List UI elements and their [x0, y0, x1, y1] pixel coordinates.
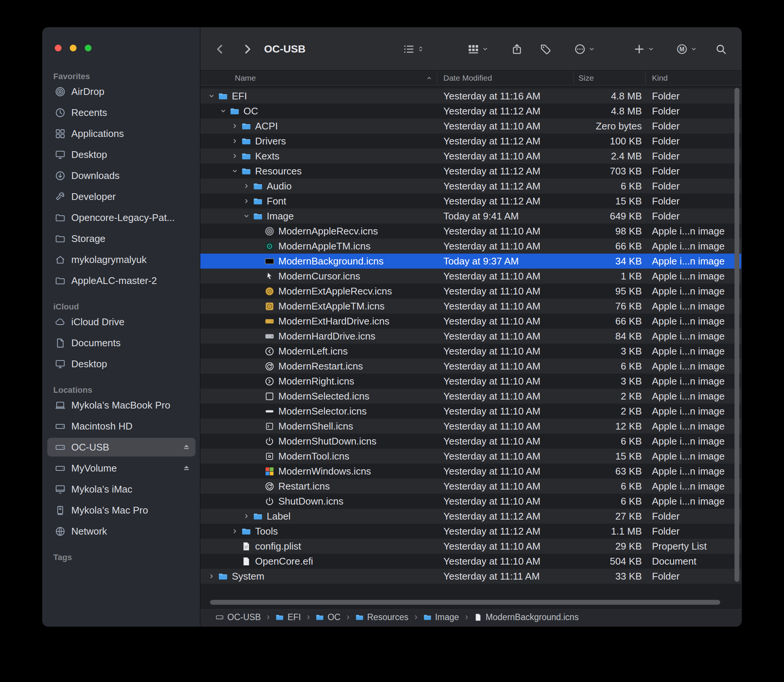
disclosure-collapsed-icon[interactable] — [231, 122, 241, 130]
eject-icon[interactable] — [182, 464, 191, 473]
sidebar-item-mykola-s-imac[interactable]: Mykola’s iMac — [47, 480, 196, 499]
disclosure-collapsed-icon[interactable] — [243, 197, 253, 205]
sidebar-item-myvolume[interactable]: MyVolume — [47, 459, 196, 478]
disclosure-expanded-icon[interactable] — [208, 92, 218, 100]
view-options-button[interactable] — [403, 43, 424, 55]
path-item-oc[interactable]: OC — [316, 612, 341, 622]
disclosure-expanded-icon[interactable] — [231, 167, 241, 175]
sidebar-item-desktop[interactable]: Desktop — [47, 354, 196, 373]
file-row-label[interactable]: LabelYesterday at 11:12 AM27 KBFolder — [200, 509, 741, 524]
file-row-system[interactable]: SystemYesterday at 11:11 AM33 KBFolder — [200, 569, 741, 584]
column-header-size[interactable]: Size — [574, 70, 645, 85]
file-row-image[interactable]: ImageToday at 9:41 AM649 KBFolder — [200, 209, 741, 223]
file-row-font[interactable]: FontYesterday at 11:12 AM15 KBFolder — [200, 194, 741, 209]
group-button[interactable] — [467, 43, 488, 55]
file-row-modernrestart-icns[interactable]: ModernRestart.icnsYesterday at 11:10 AM6… — [200, 359, 741, 374]
disclosure-collapsed-icon[interactable] — [231, 527, 241, 535]
file-row-modernwindows-icns[interactable]: ModernWindows.icnsYesterday at 11:10 AM6… — [200, 464, 741, 479]
file-row-modernleft-icns[interactable]: ModernLeft.icnsYesterday at 11:10 AM3 KB… — [200, 344, 741, 359]
sidebar-item-mykolagrymalyuk[interactable]: mykolagrymalyuk — [47, 250, 196, 269]
disclosure-collapsed-icon[interactable] — [231, 152, 241, 160]
file-row-shutdown-icns[interactable]: ShutDown.icnsYesterday at 11:10 AM6 KBAp… — [200, 494, 741, 509]
sidebar-item-storage[interactable]: Storage — [47, 229, 196, 248]
file-row-modernright-icns[interactable]: ModernRight.icnsYesterday at 11:10 AM3 K… — [200, 374, 741, 389]
back-button[interactable] — [214, 43, 226, 56]
file-row-modernharddrive-icns[interactable]: ModernHardDrive.icnsYesterday at 11:10 A… — [200, 328, 741, 344]
file-row-opencore-efi[interactable]: OpenCore.efiYesterday at 11:10 AM504 KBD… — [200, 554, 741, 569]
sidebar-item-applications[interactable]: Applications — [47, 124, 196, 143]
sidebar-item-airdrop[interactable]: AirDrop — [47, 82, 196, 101]
sidebar-item-downloads[interactable]: Downloads — [47, 166, 196, 185]
sidebar-item-network[interactable]: Network — [47, 522, 196, 540]
folder-icon — [241, 136, 251, 146]
file-row-modernapplerecv-icns[interactable]: ModernAppleRecv.icnsYesterday at 11:10 A… — [200, 223, 741, 239]
path-item-oc-usb[interactable]: OC-USB — [215, 612, 261, 622]
file-row-kexts[interactable]: KextsYesterday at 11:10 AM2.4 MBFolder — [200, 148, 741, 164]
disclosure-expanded-icon[interactable] — [243, 212, 253, 220]
vertical-scrollbar[interactable] — [733, 86, 741, 608]
sidebar-item-macintosh-hd[interactable]: Macintosh HD — [47, 417, 196, 435]
sidebar-item-opencore-legacy-pat[interactable]: Opencore-Legacy-Pat... — [47, 208, 196, 227]
column-header-kind[interactable]: Kind — [645, 70, 741, 85]
file-row-modernselector-icns[interactable]: ModernSelector.icnsYesterday at 11:10 AM… — [200, 404, 741, 419]
disclosure-expanded-icon[interactable] — [220, 107, 229, 115]
vertical-scrollbar-thumb[interactable] — [735, 88, 739, 582]
file-row-tools[interactable]: ToolsYesterday at 11:12 AM1.1 MBFolder — [200, 524, 741, 539]
file-row-modernappletm-icns[interactable]: ModernAppleTM.icnsYesterday at 11:10 AM6… — [200, 239, 741, 253]
sidebar-item-oc-usb[interactable]: OC-USB — [47, 438, 196, 457]
file-row-moderntool-icns[interactable]: ModernTool.icnsYesterday at 11:10 AM15 K… — [200, 449, 741, 464]
column-header-name[interactable]: Name — [200, 70, 437, 85]
sidebar-item-applealc-master-2[interactable]: AppleALC-master-2 — [47, 271, 196, 290]
zoom-window-button[interactable] — [85, 45, 91, 51]
file-row-modernextharddrive-icns[interactable]: ModernExtHardDrive.icnsYesterday at 11:1… — [200, 314, 741, 328]
minimize-window-button[interactable] — [70, 45, 76, 51]
sidebar-item-icloud-drive[interactable]: iCloud Drive — [47, 312, 196, 331]
search-button[interactable] — [715, 43, 727, 55]
file-row-modernextapplerecv-icns[interactable]: ModernExtAppleRecv.icnsYesterday at 11:1… — [200, 284, 741, 299]
file-row-modernshell-icns[interactable]: ModernShell.icnsYesterday at 11:10 AM12 … — [200, 419, 741, 433]
file-size: 703 KB — [574, 166, 645, 177]
path-item-resources[interactable]: Resources — [355, 612, 408, 622]
file-row-config-plist[interactable]: config.plistYesterday at 11:10 AM29 KBPr… — [200, 539, 741, 554]
disclosure-collapsed-icon[interactable] — [231, 137, 241, 145]
file-date-modified: Today at 9:41 AM — [437, 210, 574, 222]
file-row-acpi[interactable]: ACPIYesterday at 11:10 AMZero bytesFolde… — [200, 118, 741, 134]
new-folder-button[interactable] — [633, 43, 654, 55]
file-row-audio[interactable]: AudioYesterday at 11:12 AM6 KBFolder — [200, 178, 741, 194]
horizontal-scrollbar[interactable] — [200, 600, 741, 605]
file-row-modernshutdown-icns[interactable]: ModernShutDown.icnsYesterday at 11:10 AM… — [200, 433, 741, 449]
sidebar-item-recents[interactable]: Recents — [47, 103, 196, 122]
sidebar-item-mykola-s-macbook-pro[interactable]: Mykola’s MacBook Pro — [47, 396, 196, 414]
tags-button[interactable] — [539, 43, 551, 55]
file-row-modernselected-icns[interactable]: ModernSelected.icnsYesterday at 11:10 AM… — [200, 389, 741, 404]
sidebar-item-desktop[interactable]: Desktop — [47, 145, 196, 164]
actions-button[interactable] — [574, 43, 595, 55]
disclosure-collapsed-icon[interactable] — [243, 182, 253, 190]
eject-icon[interactable] — [182, 443, 191, 452]
file-row-drivers[interactable]: DriversYesterday at 11:12 AM100 KBFolder — [200, 134, 741, 148]
forward-button[interactable] — [241, 43, 253, 56]
close-window-button[interactable] — [55, 45, 62, 51]
column-header-date-modified[interactable]: Date Modified — [437, 70, 574, 85]
path-separator-icon — [305, 615, 311, 620]
file-row-moderncursor-icns[interactable]: ModernCursor.icnsYesterday at 11:10 AM1 … — [200, 269, 741, 284]
path-item-efi[interactable]: EFI — [275, 612, 301, 622]
file-row-modernextappletm-icns[interactable]: ModernExtAppleTM.icnsYesterday at 11:10 … — [200, 299, 741, 314]
file-row-modernbackground-icns[interactable]: ModernBackground.icnsToday at 9:37 AM34 … — [200, 253, 741, 269]
path-item-image[interactable]: Image — [423, 612, 459, 622]
file-row-efi[interactable]: EFIYesterday at 11:16 AM4.8 MBFolder — [200, 89, 741, 104]
sidebar-item-documents[interactable]: Documents — [47, 333, 196, 352]
sidebar-item-mykola-s-mac-pro[interactable]: Mykola’s Mac Pro — [47, 501, 196, 519]
path-item-modernbackground-icns[interactable]: ModernBackground.icns — [474, 612, 579, 622]
horizontal-scrollbar-thumb[interactable] — [210, 600, 720, 605]
file-row-oc[interactable]: OCYesterday at 11:12 AM4.8 MBFolder — [200, 104, 741, 118]
file-row-resources[interactable]: ResourcesYesterday at 11:12 AM703 KBFold… — [200, 164, 741, 178]
sidebar-item-developer[interactable]: Developer — [47, 187, 196, 206]
disclosure-collapsed-icon[interactable] — [208, 572, 218, 580]
disclosure-collapsed-icon[interactable] — [243, 512, 253, 520]
share-button[interactable] — [511, 43, 523, 55]
sidebar-item-label: Macintosh HD — [71, 421, 132, 432]
file-row-restart-icns[interactable]: Restart.icnsYesterday at 11:10 AM6 KBApp… — [200, 479, 741, 494]
file-date-modified: Yesterday at 11:10 AM — [437, 271, 574, 282]
account-button[interactable]: M — [676, 43, 697, 55]
